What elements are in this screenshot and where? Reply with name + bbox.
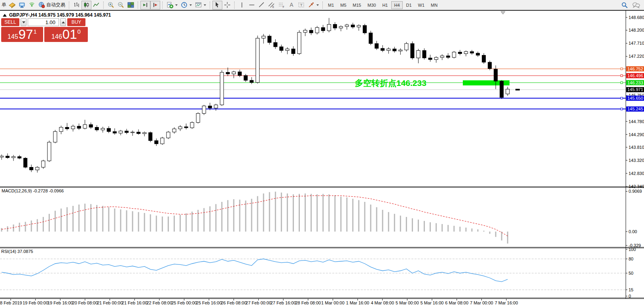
line-chart-button[interactable] <box>91 1 101 10</box>
journal-button[interactable] <box>7 1 17 10</box>
text-label-icon: T <box>298 2 305 8</box>
buy-price-button[interactable]: 146 01 0 <box>44 27 88 42</box>
buy-button[interactable]: BUY <box>67 18 85 26</box>
crosshair-icon <box>224 2 231 8</box>
timeframe-h4-button[interactable]: H4 <box>391 1 402 9</box>
horizontal-line-button[interactable] <box>247 1 257 10</box>
line-handle[interactable] <box>621 68 623 70</box>
timeframe-m1-button[interactable]: M1 <box>325 1 337 9</box>
search-icon[interactable] <box>621 2 628 9</box>
candle-body <box>178 127 182 129</box>
zoom-in-button[interactable] <box>106 1 116 10</box>
timeframe-d1-button[interactable]: D1 <box>403 1 415 9</box>
candle-body <box>470 51 474 53</box>
autotrade-button[interactable]: 自动交易 <box>37 1 67 10</box>
candle-body <box>321 28 325 31</box>
line-handle[interactable] <box>621 97 623 99</box>
candle-body <box>452 52 456 57</box>
auto-scroll-button[interactable] <box>140 1 150 10</box>
price-tick-label: 148.200 <box>629 28 644 32</box>
text-tool-button[interactable]: A <box>286 1 296 10</box>
crosshair-button[interactable] <box>222 1 232 10</box>
candle-body <box>47 142 51 161</box>
candle-body <box>42 161 45 167</box>
pivot-annotation-text[interactable]: 多空转折点146.233 <box>355 78 426 88</box>
templates-button[interactable] <box>193 1 208 10</box>
arrows-button[interactable] <box>306 1 320 10</box>
time-tick-label: 7 Mar 16:00 <box>495 300 518 305</box>
candle-body <box>357 25 361 27</box>
candle-body <box>149 133 152 141</box>
tile-windows-button[interactable] <box>126 1 136 10</box>
vps-button[interactable] <box>17 1 27 10</box>
sell-button[interactable]: SELL <box>1 18 19 26</box>
price-badge-label: 146.752 <box>627 67 643 71</box>
chat-icon[interactable] <box>632 2 640 9</box>
price-tick-label: 142.340 <box>629 184 644 189</box>
candle-body <box>184 127 188 128</box>
time-tick-label: 25 Feb 16:00 <box>196 300 222 305</box>
candle-body <box>428 58 432 59</box>
time-tick-label: 21 Feb 16:00 <box>122 300 148 305</box>
sell-price-button[interactable]: 145 97 1 <box>1 27 43 42</box>
candle-body <box>500 81 504 97</box>
candle-body <box>333 25 337 28</box>
trendline-icon <box>258 2 265 8</box>
toolbar-separator <box>210 2 210 9</box>
svg-text:A: A <box>290 2 294 8</box>
candle-body <box>30 167 33 170</box>
chevron-down-icon <box>175 4 178 6</box>
candle-body <box>226 72 229 74</box>
signals-icon <box>28 2 35 8</box>
macd-label: MACD(12,26,9) -0.2728 -0.0966 <box>2 188 64 193</box>
periods-button[interactable] <box>179 1 193 10</box>
one-click-collapse-icon[interactable] <box>3 14 7 17</box>
time-tick-label: 22 Feb 08:00 <box>146 300 172 305</box>
timeframe-m5-button[interactable]: M5 <box>337 1 349 9</box>
equidistant-channel-button[interactable]: E <box>267 1 277 10</box>
timeframe-m30-button[interactable]: M30 <box>365 1 379 9</box>
candle-body <box>119 131 123 133</box>
time-tick-label: 5 Mar 00:00 <box>396 300 419 305</box>
timeframe-mn-button[interactable]: MN <box>428 1 440 9</box>
timeframe-h1-button[interactable]: H1 <box>379 1 390 9</box>
candlestick-chart-button[interactable] <box>81 1 91 10</box>
price-badge-label: 145.971 <box>627 87 643 92</box>
line-handle[interactable] <box>621 82 623 84</box>
signals-button[interactable] <box>27 1 37 10</box>
timeframe-w1-button[interactable]: W1 <box>415 1 428 9</box>
zoom-out-button[interactable] <box>116 1 126 10</box>
cursor-button[interactable] <box>212 1 222 10</box>
volume-decrease-button[interactable] <box>21 18 27 26</box>
indicators-button[interactable] <box>165 1 179 10</box>
text-label-button[interactable]: T <box>296 1 306 10</box>
volume-input[interactable]: 1.00 <box>28 18 59 26</box>
candle-body <box>286 49 289 50</box>
volume-increase-button[interactable] <box>60 18 66 26</box>
candle-body <box>303 30 307 32</box>
chart-shift-button[interactable] <box>150 1 160 10</box>
candle-body <box>232 72 235 74</box>
fibonacci-button[interactable]: F <box>277 1 286 10</box>
time-tick-label: 25 Feb 00:00 <box>171 300 197 305</box>
vertical-line-button[interactable] <box>237 1 247 10</box>
bar-chart-button[interactable] <box>72 1 81 10</box>
candle-body <box>220 72 224 105</box>
time-tick-label: 19 Feb 00:00 <box>23 300 48 305</box>
line-handle[interactable] <box>621 75 623 77</box>
line-handle[interactable] <box>621 108 623 110</box>
trendline-button[interactable] <box>257 1 267 10</box>
timeframe-m15-button[interactable]: M15 <box>350 1 364 9</box>
candle-body <box>65 127 69 129</box>
toolbar-separator <box>103 2 104 9</box>
candle-body <box>6 156 9 158</box>
candle-body <box>24 158 27 167</box>
candle-body <box>434 57 438 59</box>
candle-body <box>262 36 265 38</box>
price-badge-label: 145.245 <box>627 106 643 111</box>
chart-area[interactable]: 多空转折点146.233MACD(12,26,9) -0.2728 -0.096… <box>0 10 644 306</box>
new-order-button[interactable]: 单 <box>1 2 7 8</box>
time-tick-label: 4 Mar 08:00 <box>371 300 394 305</box>
vps-cloud-icon <box>19 2 25 8</box>
chart-title-row: GBPJPY-,H4 145.975 145.979 145.964 145.9… <box>3 12 111 18</box>
